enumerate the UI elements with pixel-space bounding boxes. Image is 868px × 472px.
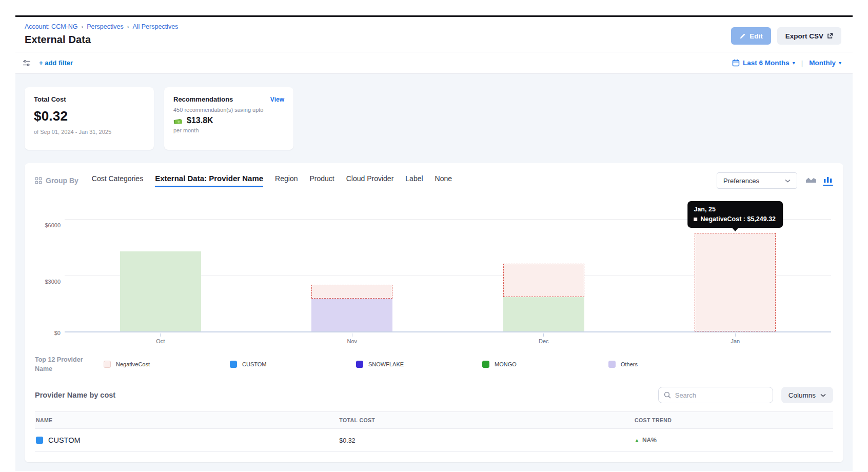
pencil-icon bbox=[739, 33, 746, 40]
table-heading: Provider Name by cost bbox=[35, 391, 115, 399]
money-icon bbox=[173, 117, 183, 125]
recommendations-title: Recommendations bbox=[173, 95, 233, 103]
grid-icon bbox=[35, 177, 42, 184]
groupby-row: Group By Cost Categories External Data: … bbox=[35, 172, 833, 189]
tab-label[interactable]: Label bbox=[405, 174, 423, 187]
active-toggle-underline bbox=[823, 185, 833, 186]
bar-nov-others[interactable] bbox=[311, 299, 392, 331]
chevron-down-icon: ▾ bbox=[839, 60, 841, 66]
tab-region[interactable]: Region bbox=[275, 174, 298, 187]
page-header: Account: CCM-NG › Perspectives › All Per… bbox=[15, 17, 853, 52]
chart-legend: Top 12 Provider Name NegativeCost CUSTOM… bbox=[35, 348, 833, 380]
bar-dec-mongo[interactable] bbox=[503, 297, 584, 331]
tab-product[interactable]: Product bbox=[309, 174, 334, 187]
legend-swatch bbox=[482, 361, 489, 368]
row-provider-name: CUSTOM bbox=[48, 436, 81, 444]
chevron-down-icon bbox=[785, 179, 791, 183]
row-color-swatch bbox=[36, 437, 43, 444]
legend-item-others[interactable]: Others bbox=[608, 361, 735, 368]
recommendations-cadence: per month bbox=[173, 127, 284, 133]
chart-column-dec bbox=[448, 193, 640, 331]
cost-chart: $6000 $3000 $0 Jan, 25 NegativeCost : $5… bbox=[35, 193, 833, 348]
export-csv-button[interactable]: Export CSV bbox=[777, 27, 841, 45]
breadcrumb-all-perspectives[interactable]: All Perspectives bbox=[132, 23, 178, 30]
tooltip-value: NegativeCost : $5,249.32 bbox=[700, 215, 776, 223]
x-axis-label-dec: Dec bbox=[448, 333, 640, 348]
recommendations-card: Recommendations View 450 recommendation(… bbox=[164, 87, 293, 150]
total-cost-period: of Sep 01, 2024 - Jan 31, 2025 bbox=[34, 129, 145, 135]
table-row-custom[interactable]: CUSTOM $0.32 ▲ NA% bbox=[35, 429, 833, 452]
chevron-down-icon bbox=[820, 394, 826, 397]
legend-swatch bbox=[104, 361, 111, 368]
breadcrumb-perspectives[interactable]: Perspectives bbox=[87, 23, 124, 30]
columns-dropdown[interactable]: Columns bbox=[781, 387, 833, 403]
groupby-tabs: Cost Categories External Data: Provider … bbox=[92, 174, 452, 187]
provider-table-section: Provider Name by cost Columns bbox=[35, 387, 833, 452]
column-header-name[interactable]: NAME bbox=[35, 412, 338, 429]
tooltip-series-marker bbox=[694, 218, 697, 221]
chart-plot: Jan, 25 NegativeCost : $5,249.32 bbox=[65, 193, 831, 332]
trend-up-icon: ▲ bbox=[635, 438, 639, 443]
tooltip-caret bbox=[732, 227, 739, 231]
x-axis-line bbox=[65, 331, 831, 332]
perspective-card: Group By Cost Categories External Data: … bbox=[25, 163, 843, 462]
legend-item-custom[interactable]: CUSTOM bbox=[230, 361, 356, 368]
total-cost-title: Total Cost bbox=[34, 95, 145, 103]
external-link-icon bbox=[827, 33, 833, 39]
filter-sliders-icon[interactable] bbox=[23, 60, 31, 67]
y-axis-label: $6000 bbox=[35, 222, 61, 228]
row-total-cost: $0.32 bbox=[339, 437, 355, 444]
granularity-dropdown[interactable]: Monthly ▾ bbox=[809, 59, 841, 67]
bar-oct-mongo[interactable] bbox=[120, 251, 201, 331]
tab-external-data-provider-name[interactable]: External Data: Provider Name bbox=[155, 174, 263, 187]
search-input[interactable] bbox=[675, 391, 767, 399]
breadcrumb-account[interactable]: Account: CCM-NG bbox=[25, 23, 78, 30]
chart-column-nov bbox=[257, 193, 448, 331]
y-axis-label: $3000 bbox=[35, 279, 61, 285]
chart-column-oct bbox=[65, 193, 257, 331]
add-filter-button[interactable]: + add filter bbox=[39, 59, 73, 67]
tab-cost-categories[interactable]: Cost Categories bbox=[92, 174, 143, 187]
total-cost-card: Total Cost $0.32 of Sep 01, 2024 - Jan 3… bbox=[25, 87, 154, 150]
legend-swatch bbox=[356, 361, 363, 368]
separator: | bbox=[801, 59, 803, 67]
breadcrumb: Account: CCM-NG › Perspectives › All Per… bbox=[25, 23, 178, 30]
y-axis-label: $0 bbox=[35, 330, 61, 336]
legend-swatch bbox=[230, 361, 237, 368]
area-chart-toggle-icon[interactable] bbox=[805, 176, 817, 186]
legend-item-negativecost[interactable]: NegativeCost bbox=[104, 361, 230, 368]
page-title: External Data bbox=[25, 34, 178, 46]
search-icon bbox=[664, 391, 671, 399]
chevron-down-icon: ▾ bbox=[793, 60, 795, 66]
recommendations-view-link[interactable]: View bbox=[270, 96, 284, 103]
column-header-cost-trend[interactable]: COST TREND bbox=[634, 412, 833, 429]
x-axis-label-oct: Oct bbox=[65, 333, 257, 348]
provider-table: NAME TOTAL COST COST TREND CUSTOM bbox=[35, 411, 833, 452]
edit-button[interactable]: Edit bbox=[731, 27, 771, 45]
column-chart-toggle-icon[interactable] bbox=[823, 176, 833, 186]
filter-bar: + add filter Last 6 Months ▾ | Monthly ▾ bbox=[15, 52, 853, 74]
row-cost-trend: NA% bbox=[642, 437, 657, 444]
tooltip-title: Jan, 25 bbox=[694, 206, 776, 213]
date-range-dropdown[interactable]: Last 6 Months ▾ bbox=[732, 59, 795, 67]
column-header-total-cost[interactable]: TOTAL COST bbox=[338, 412, 634, 429]
table-search bbox=[658, 387, 773, 403]
x-axis-label-nov: Nov bbox=[257, 333, 448, 348]
tab-none[interactable]: None bbox=[435, 174, 452, 187]
bar-nov-negativecost[interactable] bbox=[311, 285, 392, 299]
legend-title: Top 12 Provider Name bbox=[35, 355, 95, 373]
legend-item-mongo[interactable]: MONGO bbox=[482, 361, 608, 368]
groupby-label: Group By bbox=[35, 176, 78, 185]
legend-item-snowflake[interactable]: SNOWFLAKE bbox=[356, 361, 482, 368]
app-window: Account: CCM-NG › Perspectives › All Per… bbox=[15, 15, 853, 471]
bar-jan-negativecost[interactable] bbox=[695, 233, 776, 331]
x-axis-label-jan: Jan bbox=[640, 333, 832, 348]
breadcrumb-separator: › bbox=[82, 24, 84, 30]
tab-cloud-provider[interactable]: Cloud Provider bbox=[346, 174, 394, 187]
recommendations-savings: $13.8K bbox=[187, 116, 213, 125]
total-cost-amount: $0.32 bbox=[34, 108, 145, 124]
bar-dec-negativecost[interactable] bbox=[503, 264, 584, 297]
preferences-dropdown[interactable]: Preferences bbox=[717, 172, 797, 189]
recommendations-subtitle: 450 recommendation(s) saving upto bbox=[173, 107, 284, 113]
breadcrumb-separator: › bbox=[127, 24, 129, 30]
